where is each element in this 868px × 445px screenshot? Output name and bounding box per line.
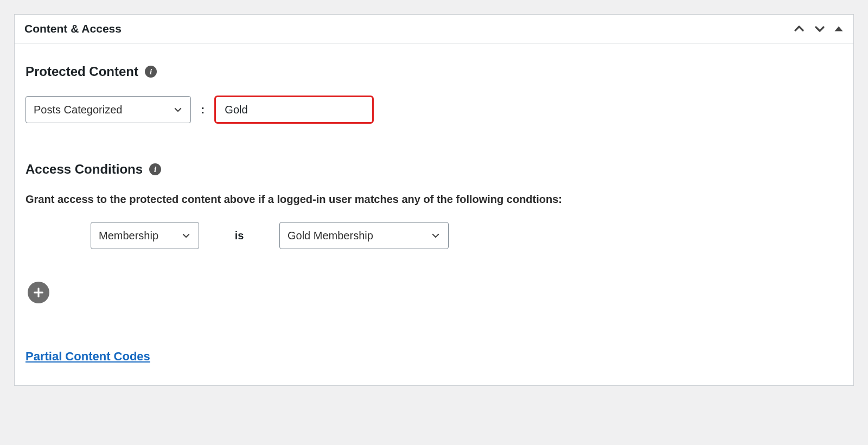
panel-body: Protected Content i Posts Categorized : … [15,43,853,385]
content-value-text: Gold [225,104,247,116]
condition-subject-value: Membership [99,230,158,242]
condition-value-select[interactable]: Gold Membership [279,222,449,249]
content-separator: : [199,103,207,117]
access-conditions-heading-text: Access Conditions [25,162,143,177]
info-icon[interactable]: i [149,163,161,175]
panel-title: Content & Access [24,22,122,35]
condition-operator: is [207,230,272,242]
access-conditions-description: Grant access to the protected content ab… [25,193,843,206]
content-type-select-value: Posts Categorized [34,104,122,116]
condition-value-text: Gold Membership [288,230,373,242]
svg-marker-0 [835,27,843,31]
panel-controls [793,22,844,35]
access-condition-row: Membership is Gold Membership [91,222,843,249]
panel-move-up-icon[interactable] [793,22,806,35]
content-type-select[interactable]: Posts Categorized [25,96,191,123]
panel-move-down-icon[interactable] [813,22,826,35]
content-access-panel: Content & Access Protected Content i Pos… [14,14,854,386]
access-conditions-heading: Access Conditions i [25,162,843,177]
condition-subject-select[interactable]: Membership [91,222,199,249]
add-condition-button[interactable] [28,282,49,303]
protected-content-heading: Protected Content i [25,64,843,79]
info-icon[interactable]: i [145,66,157,78]
content-value-input[interactable]: Gold [214,96,374,124]
link-actions: Partial Content Codes [25,349,843,364]
protected-content-heading-text: Protected Content [25,64,138,79]
partial-content-codes-link[interactable]: Partial Content Codes [25,349,150,363]
protected-content-row: Posts Categorized : Gold [25,96,843,124]
panel-collapse-icon[interactable] [834,24,844,34]
panel-header: Content & Access [15,15,853,43]
